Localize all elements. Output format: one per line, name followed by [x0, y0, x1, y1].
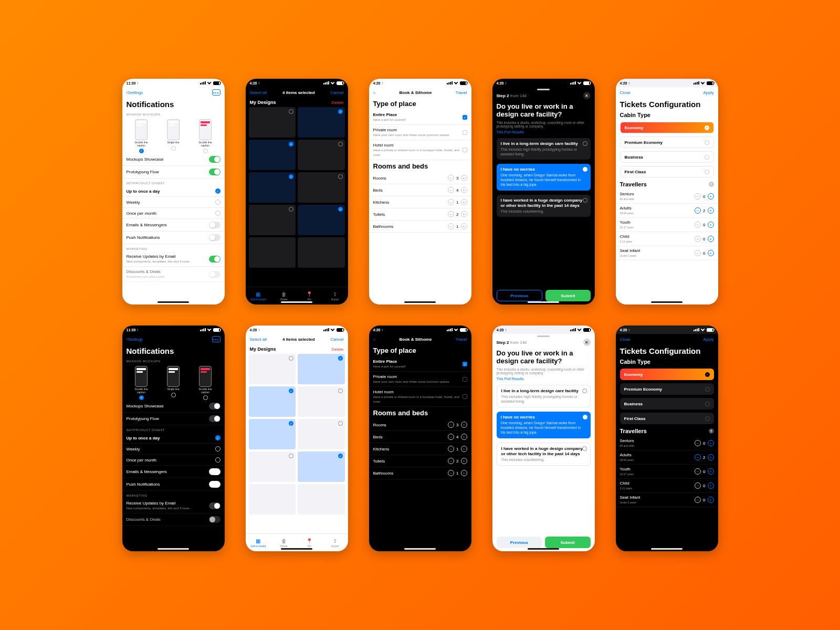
poll-option-2[interactable]: I have no worriesOne morning, when Grego… — [497, 164, 591, 190]
tab-add-to-board[interactable]: ▦Add to board — [246, 534, 271, 551]
design-tile[interactable] — [249, 354, 296, 384]
more-button[interactable]: ••• — [212, 336, 220, 342]
design-tile[interactable] — [298, 140, 345, 170]
plus-button[interactable]: + — [708, 236, 714, 242]
row-private-room[interactable]: Private roomHave your own room and share… — [369, 125, 471, 140]
row-once-per-month[interactable]: Once per month — [122, 208, 225, 219]
mockup-option-1[interactable]: Double line caption — [134, 366, 149, 400]
minus-button[interactable]: − — [695, 236, 701, 242]
close-button[interactable]: Close — [620, 337, 631, 342]
plus-button[interactable]: + — [708, 207, 714, 214]
row-updates-email[interactable]: Receive Updates by EmailNew components, … — [122, 251, 225, 267]
travel-button[interactable]: Travel — [456, 337, 467, 342]
cabin-first-class[interactable]: First Class — [620, 166, 714, 177]
minus-button[interactable]: − — [695, 193, 701, 200]
poll-option-2[interactable]: I have no worriesOne morning, when Grego… — [497, 412, 591, 438]
plus-button[interactable]: + — [708, 250, 714, 256]
tab-add-to-board[interactable]: ▦Add to board — [246, 287, 271, 304]
design-tile[interactable] — [298, 484, 345, 514]
minus-button[interactable]: − — [448, 187, 454, 193]
help-icon[interactable]: ? — [709, 428, 714, 434]
row-private-room[interactable]: Private roomHave your own room and share… — [369, 372, 471, 387]
poll-option-1[interactable]: I live in a long-term design care facili… — [497, 138, 591, 160]
cancel-button[interactable]: Cancel — [331, 90, 344, 95]
design-tile[interactable] — [298, 419, 345, 449]
row-discounts[interactable]: Discounts & DealsSometimes we collect pr… — [122, 267, 225, 282]
row-emails[interactable]: Emails & Messengers — [122, 466, 225, 478]
row-showcase[interactable]: Mockups Showcase — [122, 153, 225, 166]
submit-button[interactable]: Submit — [545, 537, 591, 548]
row-showcase[interactable]: Mockups Showcase — [122, 400, 225, 413]
design-tile[interactable] — [298, 172, 345, 203]
design-tile[interactable]: ✓ — [249, 140, 296, 170]
tab-export[interactable]: ⇪Export — [322, 534, 348, 551]
select-all-button[interactable]: Select all — [250, 337, 267, 342]
mockup-option-3[interactable]: Double line caption — [198, 366, 213, 400]
row-hotel-room[interactable]: Hotel roomHave a private or shared room … — [369, 387, 471, 407]
row-updates-email[interactable]: Receive Updates by EmailNew components, … — [122, 498, 225, 513]
back-button[interactable]: ‹Settings — [127, 90, 143, 95]
toggle-protoflow[interactable] — [209, 169, 220, 175]
design-tile[interactable] — [298, 237, 345, 268]
poll-option-1[interactable]: I live in a long-term design care facili… — [497, 385, 591, 408]
row-push[interactable]: Push Notifications — [122, 478, 225, 491]
toggle-showcase[interactable] — [209, 156, 220, 163]
design-tile[interactable] — [249, 484, 296, 514]
cabin-first-class[interactable]: First Class — [620, 413, 714, 424]
minus-button[interactable]: − — [695, 222, 701, 228]
close-button[interactable]: ✕ — [583, 339, 591, 346]
plus-button[interactable]: + — [461, 175, 467, 181]
cancel-button[interactable]: Cancel — [331, 337, 344, 342]
row-entire-place[interactable]: Entire PlaceHave a jerk for yourself✓ — [369, 356, 471, 372]
row-protoflow[interactable]: Prototypung Flow — [122, 413, 225, 425]
row-hotel-room[interactable]: Hotel roomHave a private or shared room … — [369, 140, 471, 160]
plus-button[interactable]: + — [461, 223, 467, 229]
plus-button[interactable]: + — [461, 211, 467, 217]
design-tile[interactable]: ✓ — [298, 452, 345, 482]
row-once-per-month[interactable]: Once per month — [122, 455, 225, 466]
design-tile[interactable]: ✓ — [249, 386, 296, 417]
plus-button[interactable]: + — [461, 199, 467, 205]
poll-results-link[interactable]: This Poll Results — [492, 377, 595, 383]
row-once-a-day[interactable]: Up to once a day✓ — [122, 186, 225, 197]
row-protoflow[interactable]: Prototypung Flow — [122, 166, 225, 178]
help-icon[interactable]: ? — [709, 182, 714, 187]
design-tile[interactable] — [249, 107, 296, 138]
design-tile[interactable]: ✓ — [298, 205, 345, 235]
design-tile[interactable] — [249, 452, 296, 482]
plus-button[interactable]: + — [708, 193, 714, 200]
travel-button[interactable]: Travel — [456, 90, 467, 95]
home-icon[interactable]: ⌂ — [373, 337, 376, 342]
row-discounts[interactable]: Discounts & Deals — [122, 513, 225, 526]
delete-button[interactable]: Delete — [331, 100, 343, 105]
apply-button[interactable]: Apply — [703, 337, 713, 342]
row-entire-place[interactable]: Entire PlaceHave a jerk for yourself✓ — [369, 110, 471, 125]
minus-button[interactable]: − — [695, 207, 701, 214]
design-tile[interactable]: ✓ — [298, 354, 345, 384]
home-icon[interactable]: ⌂ — [373, 90, 376, 95]
poll-results-link[interactable]: This Poll Results — [492, 130, 595, 136]
cabin-premium-economy[interactable]: Premium Economy — [620, 136, 714, 148]
close-button[interactable]: ✕ — [583, 92, 591, 99]
back-button[interactable]: ‹Settings — [127, 337, 143, 342]
row-once-a-day[interactable]: Up to once a day✓ — [122, 433, 225, 444]
minus-button[interactable]: − — [448, 175, 454, 181]
more-button[interactable]: ••• — [212, 89, 220, 96]
cabin-premium-economy[interactable]: Premium Economy — [620, 383, 714, 395]
minus-button[interactable]: − — [448, 223, 454, 229]
close-button[interactable]: Close — [620, 90, 631, 95]
cabin-economy[interactable]: Economy✓ — [620, 122, 714, 133]
poll-option-3[interactable]: I have worked in a huge design company o… — [497, 443, 591, 466]
design-tile[interactable] — [249, 205, 296, 235]
row-push[interactable]: Push Notifications — [122, 232, 225, 244]
plus-button[interactable]: + — [708, 222, 714, 228]
design-tile[interactable]: ✓ — [249, 172, 296, 203]
design-tile[interactable]: ✓ — [298, 107, 345, 138]
mockup-option-2[interactable]: Single line — [166, 366, 181, 400]
row-weekly[interactable]: Weekly — [122, 197, 225, 208]
delete-button[interactable]: Delete — [331, 347, 343, 352]
select-all-button[interactable]: Select all — [250, 90, 267, 95]
minus-button[interactable]: − — [448, 211, 454, 217]
design-tile[interactable] — [298, 386, 345, 417]
apply-button[interactable]: Apply — [703, 90, 713, 95]
